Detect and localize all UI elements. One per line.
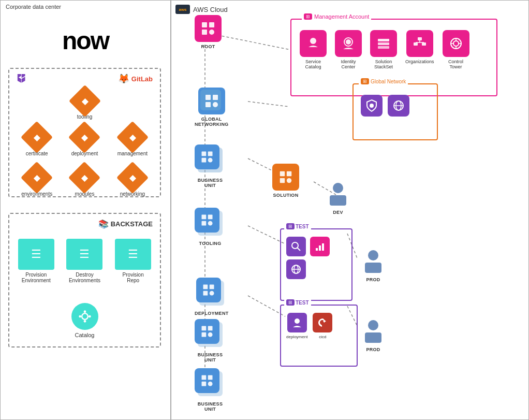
dev-label: DEV xyxy=(333,210,343,215)
svg-rect-35 xyxy=(418,37,422,40)
svg-point-82 xyxy=(295,318,300,324)
corporate-datacenter-panel: Corporate data center now 🦊 GitLab ◆ too… xyxy=(0,0,171,420)
backstage-label: 📚 BACKSTAGE xyxy=(98,219,153,229)
business-unit-3-node: BUSINESSUNIT xyxy=(195,368,226,412)
management-account-label: ⊞ Management Account xyxy=(302,13,371,20)
svg-rect-63 xyxy=(330,195,346,206)
organizations-label: Organizations xyxy=(405,59,434,64)
gitlab-item-modules: ◆ modules xyxy=(62,166,107,197)
svg-point-0 xyxy=(82,313,88,320)
aws-badge: aws AWS Cloud xyxy=(175,5,228,14)
global-network-box: ⊞ Global Network xyxy=(352,83,438,140)
svg-rect-79 xyxy=(210,285,214,289)
control-tower-icon xyxy=(443,30,469,57)
gitlab-tooling-icon: ◆ xyxy=(68,85,100,117)
mgmt-icon-row: ServiceCatalog IdentityCenter xyxy=(291,20,496,75)
svg-rect-59 xyxy=(287,171,291,176)
gn-icon-row xyxy=(354,84,437,127)
svg-point-30 xyxy=(346,39,351,45)
svg-point-1 xyxy=(83,310,86,313)
aws-logo: aws xyxy=(175,5,190,14)
business-unit-2-label: BUSINESSUNIT xyxy=(198,352,223,363)
svg-line-69 xyxy=(297,248,300,251)
test-1-text: TEST xyxy=(296,224,309,229)
test-box-2: ⊞ TEST deployment cicd xyxy=(280,305,358,367)
solution-label: SOLUTION xyxy=(273,193,299,198)
service-catalog-service: ServiceCatalog xyxy=(300,30,327,69)
backstage-item-provision-repo: ☰ ProvisionRepo xyxy=(110,239,156,283)
gn-globe-icon xyxy=(388,95,409,117)
identity-center-icon xyxy=(335,30,362,57)
gitlab-label: 🦊 GitLab xyxy=(118,73,153,84)
aws-cloud-label: AWS Cloud xyxy=(193,6,228,13)
svg-rect-90 xyxy=(208,375,213,380)
organizations-service: Organizations xyxy=(405,30,434,64)
backstage-stack-icon: 📚 xyxy=(98,219,109,229)
svg-rect-48 xyxy=(205,102,211,107)
svg-point-81 xyxy=(210,291,214,296)
prod-2-icon xyxy=(362,319,385,345)
svg-rect-54 xyxy=(202,152,207,156)
test-2-badge: ⊞ xyxy=(286,299,295,306)
solution-stackset-icon xyxy=(370,30,397,57)
deployment-label: DEPLOYMENT xyxy=(195,311,229,316)
svg-rect-34 xyxy=(378,46,389,49)
solution-stackset-service: SolutionStackSet xyxy=(370,30,397,69)
svg-point-29 xyxy=(310,38,316,44)
svg-rect-87 xyxy=(202,332,207,337)
svg-point-3 xyxy=(79,315,81,318)
svg-rect-86 xyxy=(208,326,213,331)
test-box-2-label: ⊞ TEST xyxy=(284,299,311,306)
svg-point-62 xyxy=(333,183,343,193)
catalog-label: Catalog xyxy=(75,332,95,338)
test-1-icons xyxy=(281,229,351,286)
svg-rect-58 xyxy=(280,171,285,176)
prod-1-label: PROD xyxy=(366,277,380,282)
organizations-icon xyxy=(406,30,433,57)
provision-repo-icon: ☰ xyxy=(115,239,151,270)
test-2-user-label: deployment xyxy=(286,335,307,339)
svg-rect-66 xyxy=(202,221,207,226)
test-1-magnifier-icon xyxy=(286,237,306,256)
gitlab-item-certificate: ◆ certificate xyxy=(14,126,59,156)
svg-point-2 xyxy=(83,320,86,323)
svg-rect-56 xyxy=(202,158,207,163)
root-label: ROOT xyxy=(201,44,215,49)
test-1-badge: ⊞ xyxy=(286,223,295,229)
provision-env-label: ProvisionEnvironment xyxy=(22,272,51,283)
business-unit-3-label: BUSINESSUNIT xyxy=(198,401,223,412)
global-networking-icon xyxy=(198,88,225,114)
svg-rect-55 xyxy=(208,152,213,156)
destroy-env-icon: ☰ xyxy=(66,239,102,270)
svg-rect-80 xyxy=(203,291,208,296)
catalog-icon xyxy=(71,303,98,330)
svg-point-49 xyxy=(213,102,218,107)
svg-rect-70 xyxy=(316,248,318,251)
test-1-network-icon xyxy=(286,259,306,279)
gitlab-item-management: ◆ management xyxy=(110,126,155,156)
svg-rect-64 xyxy=(202,215,207,220)
backstage-box: 📚 BACKSTAGE ☰ ProvisionEnvironment ☰ Des… xyxy=(8,213,161,347)
destroy-env-label: DestroyEnvironments xyxy=(69,272,100,283)
gitlab-fox-icon: 🦊 xyxy=(118,73,129,84)
modules-icon: ◆ xyxy=(68,162,100,194)
test-2-user-icon xyxy=(287,313,307,332)
svg-rect-77 xyxy=(365,263,381,273)
test-1-chart-icon xyxy=(310,237,330,256)
gitlab-item-networking: ◆ networking xyxy=(110,166,155,197)
test-2-text: TEST xyxy=(296,300,309,306)
svg-point-76 xyxy=(368,250,378,260)
service-catalog-icon xyxy=(300,30,327,57)
svg-point-88 xyxy=(208,332,213,337)
gn-shield-icon xyxy=(361,95,383,117)
environments-icon: ◆ xyxy=(21,162,53,194)
svg-point-41 xyxy=(453,41,459,46)
svg-rect-65 xyxy=(208,215,213,220)
tooling-label: TOOLING xyxy=(199,241,222,246)
root-node: ROOT xyxy=(195,15,222,49)
business-unit-2-icon xyxy=(195,319,226,350)
mgmt-badge-icon: ⊞ xyxy=(304,13,312,20)
solution-stackset-label: SolutionStackSet xyxy=(374,59,393,69)
global-networking-label: GLOBALNETWORKING xyxy=(195,117,229,127)
svg-rect-32 xyxy=(378,39,389,41)
